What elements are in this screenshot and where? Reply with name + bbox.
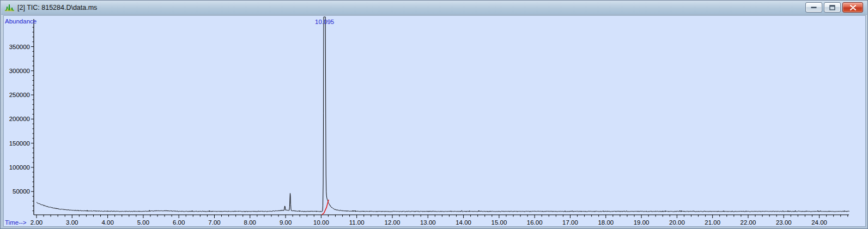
title-bar[interactable]: [2] TIC: 815284.D\data.ms — [1, 1, 867, 15]
y-tick-label: 200000 — [9, 116, 30, 122]
minimize-icon — [811, 5, 817, 10]
window-controls — [805, 2, 863, 13]
x-tick-label: 20.00 — [669, 219, 685, 226]
maximize-button[interactable] — [824, 2, 841, 13]
peak-rt-label: 10.095 — [315, 19, 334, 25]
plot-client-area: 5000010000015000020000025000030000035000… — [3, 15, 866, 227]
x-tick-label: 21.00 — [705, 219, 720, 226]
close-icon — [850, 5, 856, 10]
x-tick-label: 9.00 — [280, 219, 292, 226]
x-tick-label: 4.00 — [101, 219, 113, 226]
x-tick-label: 24.00 — [811, 219, 827, 226]
y-tick-label: 300000 — [9, 68, 30, 74]
y-tick-label: 250000 — [9, 92, 30, 98]
y-axis-title: Abundance — [5, 18, 37, 25]
x-tick-label: 16.00 — [527, 219, 543, 226]
chromatogram-window: [2] TIC: 815284.D\data.ms 5000010000015 — [0, 0, 868, 229]
x-tick-label: 7.00 — [208, 219, 220, 226]
x-tick-label: 11.00 — [349, 219, 365, 226]
x-axis-title: Time--> — [5, 219, 27, 226]
x-tick-label: 18.00 — [598, 219, 614, 226]
x-tick-label: 5.00 — [137, 219, 149, 226]
close-button[interactable] — [842, 2, 863, 13]
y-tick-label: 50000 — [13, 188, 30, 195]
chromatogram-plot[interactable]: 5000010000015000020000025000030000035000… — [4, 16, 865, 226]
y-tick-label: 350000 — [9, 44, 30, 50]
x-tick-label: 22.00 — [740, 219, 756, 226]
x-tick-label: 3.00 — [66, 219, 78, 226]
y-tick-label: 150000 — [9, 140, 30, 147]
chromatogram-app-icon — [5, 3, 14, 11]
x-tick-label: 15.00 — [491, 219, 507, 226]
window-title: [2] TIC: 815284.D\data.ms — [17, 4, 801, 11]
x-tick-label: 23.00 — [776, 219, 792, 226]
x-tick-label: 10.00 — [313, 219, 329, 226]
x-tick-label: 17.00 — [562, 219, 578, 226]
x-tick-label: 12.00 — [385, 219, 400, 226]
x-tick-label: 13.00 — [420, 219, 436, 226]
y-tick-label: 100000 — [9, 164, 30, 171]
maximize-icon — [829, 5, 835, 10]
x-tick-label: 2.00 — [31, 219, 43, 226]
x-tick-label: 6.00 — [173, 219, 185, 226]
x-tick-label: 8.00 — [244, 219, 256, 226]
minimize-button[interactable] — [805, 2, 822, 13]
x-tick-label: 14.00 — [456, 219, 471, 226]
x-tick-label: 19.00 — [634, 219, 650, 226]
tic-trace — [37, 17, 849, 212]
